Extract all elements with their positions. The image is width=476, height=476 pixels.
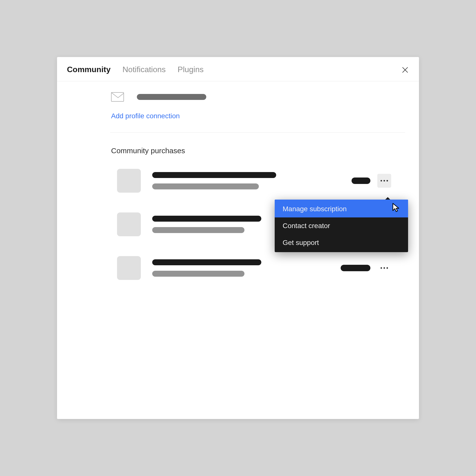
cursor-icon — [392, 203, 400, 214]
settings-modal: Community Notifications Plugins Add prof… — [57, 57, 419, 419]
more-options-button[interactable] — [377, 261, 391, 275]
purchase-actions — [352, 174, 391, 188]
mail-icon — [111, 92, 124, 102]
purchase-options-dropdown: Manage subscription Contact creator G — [275, 200, 408, 252]
modal-header: Community Notifications Plugins — [57, 57, 419, 81]
tab-plugins[interactable]: Plugins — [178, 65, 204, 74]
tab-bar: Community Notifications Plugins — [67, 65, 204, 74]
profile-connection-row — [71, 92, 405, 102]
more-options-button[interactable] — [377, 174, 391, 188]
dropdown-item-label: Manage subscription — [283, 205, 347, 213]
purchase-thumbnail — [117, 169, 141, 193]
profile-email-redacted — [137, 94, 206, 100]
purchase-thumbnail — [117, 212, 141, 236]
purchase-item — [117, 256, 405, 280]
purchase-item-info — [152, 172, 340, 189]
purchases-section-title: Community purchases — [71, 147, 405, 155]
dropdown-manage-subscription[interactable]: Manage subscription — [275, 200, 408, 217]
more-icon — [381, 267, 388, 269]
purchase-title-redacted — [152, 216, 261, 222]
purchase-item-info — [152, 259, 329, 277]
purchase-thumbnail — [117, 256, 141, 280]
purchase-actions — [341, 261, 391, 275]
close-button[interactable] — [401, 66, 409, 74]
tab-community[interactable]: Community — [67, 65, 111, 74]
tab-notifications[interactable]: Notifications — [122, 65, 166, 74]
purchase-item: Manage subscription Contact creator G — [117, 169, 405, 193]
close-icon — [402, 66, 409, 73]
purchase-badge — [352, 178, 370, 184]
add-profile-connection-link[interactable]: Add profile connection — [71, 112, 405, 120]
dropdown-item-label: Contact creator — [283, 222, 330, 230]
purchase-subtitle-redacted — [152, 183, 259, 189]
modal-content: Add profile connection Community purchas… — [57, 81, 419, 419]
dropdown-contact-creator[interactable]: Contact creator — [275, 217, 408, 234]
purchase-list: Manage subscription Contact creator G — [71, 169, 405, 280]
more-icon — [381, 180, 388, 181]
dropdown-get-support[interactable]: Get support — [275, 234, 408, 252]
purchase-title-redacted — [152, 259, 261, 265]
dropdown-item-label: Get support — [283, 239, 319, 246]
purchase-subtitle-redacted — [152, 227, 244, 233]
divider — [110, 132, 405, 133]
purchase-title-redacted — [152, 172, 276, 178]
purchase-subtitle-redacted — [152, 271, 244, 277]
purchase-badge — [341, 265, 370, 271]
